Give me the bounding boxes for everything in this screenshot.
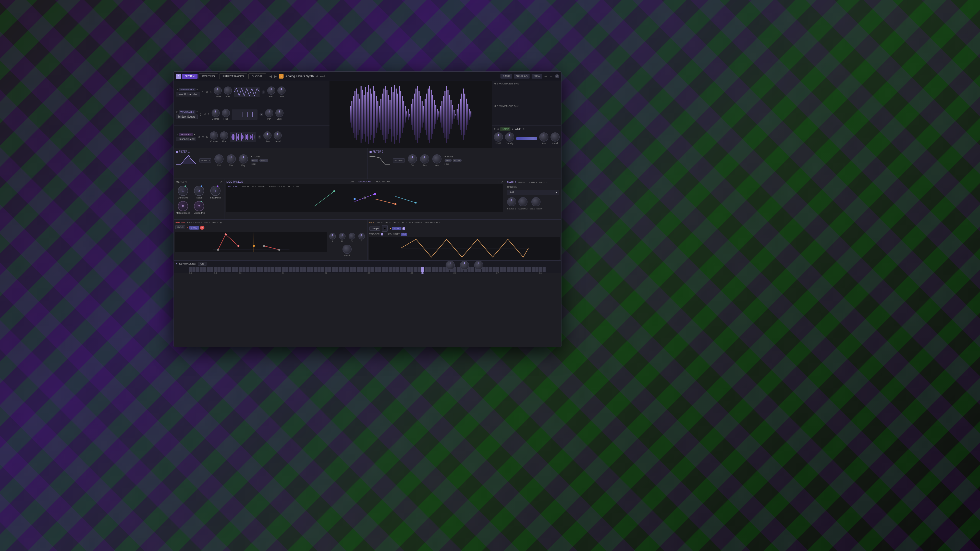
filter2-type[interactable]: SV LP12 — [393, 159, 405, 162]
env-tab-5[interactable]: ENV 5 — [212, 221, 218, 224]
filter2-post-badge[interactable]: POST — [453, 159, 462, 162]
filter2-key-knob[interactable] — [432, 154, 442, 164]
lfo-tab-multimod1[interactable]: MULTI-MOD 1 — [409, 221, 424, 224]
lfo-freq-knob[interactable] — [460, 261, 469, 270]
mod-panel-tab-standard[interactable]: STANDARD — [358, 180, 371, 183]
osc1-type[interactable]: WAVETABLE — [179, 88, 196, 91]
osc2-coarse-knob[interactable] — [212, 109, 220, 117]
math-scale-knob[interactable] — [531, 197, 541, 206]
osc2-fine-knob[interactable] — [222, 109, 230, 117]
macro-y-knob[interactable]: Y — [194, 201, 204, 211]
new-button[interactable]: NEW — [531, 74, 542, 79]
mod-source-velocity[interactable]: VELOCITY — [228, 185, 239, 188]
osc1-solo[interactable]: S — [210, 91, 212, 94]
mod-source-noteoff[interactable]: NOTE OFF — [288, 185, 299, 188]
mod-panel-tab-amp[interactable]: AMP — [350, 180, 355, 183]
mod-source-aftertouch[interactable]: AFTERTOUCH — [269, 185, 285, 188]
env-level-knob[interactable] — [342, 245, 352, 254]
noise-expand-icon[interactable]: ⊻ — [523, 128, 525, 130]
filter2-pre-badge[interactable]: PRE — [445, 159, 452, 162]
lfo-sync-badge[interactable]: SYNC — [392, 227, 401, 230]
osc3-level-knob[interactable] — [274, 131, 282, 140]
preset-prev-icon[interactable]: ◀ — [269, 74, 272, 78]
osc3-solo[interactable]: S — [206, 135, 208, 138]
lfo-tab-1[interactable]: LFO 1 — [369, 221, 375, 224]
tab-synth[interactable]: SYNTH — [182, 74, 197, 79]
env-type[interactable]: ADS-R — [175, 225, 185, 229]
lfo-tab-4[interactable]: LFO 4 — [393, 221, 399, 224]
macro-2-knob[interactable]: 2 — [194, 186, 204, 196]
tab-routing[interactable]: ROUTING — [199, 73, 218, 79]
settings-icon[interactable]: ⚙ — [555, 74, 559, 78]
macros-refresh-icon[interactable]: ⟳ — [221, 181, 223, 184]
noise-level-knob[interactable] — [550, 132, 560, 141]
osc3-pan-knob[interactable] — [263, 131, 272, 140]
filter1-post-badge[interactable]: POST — [259, 159, 268, 162]
env-r-knob[interactable] — [358, 233, 365, 240]
env-d-knob[interactable] — [339, 233, 345, 240]
noise-width-knob[interactable] — [494, 132, 503, 141]
filter1-res-knob[interactable] — [227, 154, 236, 164]
env-tab-2[interactable]: ENV 2 — [187, 221, 194, 224]
osc2-pan-knob[interactable] — [265, 109, 273, 117]
save-button[interactable]: SAVE — [501, 74, 512, 79]
redo-icon[interactable]: → — [549, 74, 553, 78]
lfo-tab-5[interactable]: LFO 5 — [401, 221, 407, 224]
osc3-coarse-knob[interactable] — [210, 131, 218, 140]
lfo-fade-knob[interactable] — [445, 261, 455, 270]
mod-source-pitch[interactable]: PITCH — [242, 185, 249, 188]
random-tab[interactable]: RANDOM — [507, 186, 517, 188]
mod-source-modwheel[interactable]: MOD WHEEL — [252, 185, 266, 188]
noise-pan-knob[interactable] — [539, 132, 549, 141]
math3-tab[interactable]: MATH 3 — [528, 181, 537, 184]
env-tab-amp[interactable]: AMP ENV — [175, 221, 186, 224]
macro-x-knob[interactable]: X — [178, 201, 188, 211]
env-x-badge[interactable]: ✕ — [200, 226, 204, 230]
preset-next-icon[interactable]: ▶ — [274, 74, 277, 78]
osc3-preset[interactable]: Unison Spread — [176, 137, 196, 141]
wt2-mute[interactable]: M — [494, 105, 496, 107]
math4-tab[interactable]: MATH 4 — [539, 181, 547, 184]
wt2-solo[interactable]: S — [497, 105, 498, 107]
osc2-preset[interactable]: Tri-Saw-Square — [176, 114, 198, 119]
wt1-mute[interactable]: M — [494, 83, 496, 85]
osc3-mute[interactable]: M — [202, 135, 204, 138]
undo-icon[interactable]: ↩ — [544, 74, 547, 78]
env-a-knob[interactable] — [329, 233, 336, 240]
osc1-preset[interactable]: Smooth Transition — [176, 92, 200, 97]
env-tab-3[interactable]: ENV 3 — [195, 221, 202, 224]
env-s-knob[interactable] — [348, 233, 355, 240]
osc1-coarse-knob[interactable] — [213, 86, 222, 95]
lfo-uni-badge[interactable]: UNI — [401, 233, 407, 236]
osc1-pan-knob[interactable] — [267, 86, 275, 95]
lfo-wave-select-arrow[interactable]: ▾ — [382, 225, 388, 232]
lfo-sync-checkbox[interactable] — [402, 227, 405, 230]
save-ab-button[interactable]: SAVE AB — [514, 74, 530, 79]
math-operation-select[interactable]: Add ▾ — [507, 190, 559, 195]
filter2-cut-knob[interactable] — [408, 154, 417, 164]
osc2-mute[interactable]: M — [204, 113, 205, 116]
lfo-tab-2[interactable]: LFO 2 — [377, 221, 383, 224]
osc1-fine-knob[interactable] — [224, 86, 232, 95]
lfo-tab-multimod2[interactable]: MULTI-MOD 2 — [425, 221, 440, 224]
filter1-cut-knob[interactable] — [215, 154, 224, 164]
osc2-level-knob[interactable] — [275, 109, 283, 117]
filter1-type[interactable]: SV BP12 — [199, 159, 211, 162]
noise-type[interactable]: NOISE — [500, 127, 511, 131]
keytrack-mode-select[interactable]: Add — [198, 262, 207, 266]
env-expand-icon[interactable]: ⊞ — [220, 221, 222, 224]
lfo-tab-3[interactable]: LFO 3 — [385, 221, 391, 224]
math2-tab[interactable]: MATH 2 — [518, 181, 527, 184]
osc3-fine-knob[interactable] — [220, 131, 228, 140]
filter1-key-knob[interactable] — [239, 154, 248, 164]
osc2-type[interactable]: WAVETABLE — [179, 110, 196, 114]
lfo-level-knob[interactable] — [474, 261, 484, 270]
macro-3-knob[interactable]: 3 — [210, 186, 221, 196]
env-sync-badge[interactable]: SYNC — [189, 226, 199, 230]
macro-1-knob[interactable]: 1 — [178, 186, 188, 196]
lfo-trigger-checkbox[interactable] — [381, 233, 383, 235]
env-tab-4[interactable]: ENV 4 — [204, 221, 210, 224]
math-source2-knob[interactable] — [518, 197, 528, 206]
osc1-level-knob[interactable] — [277, 86, 286, 95]
tab-effects[interactable]: EFFECT RACKS — [219, 73, 247, 79]
